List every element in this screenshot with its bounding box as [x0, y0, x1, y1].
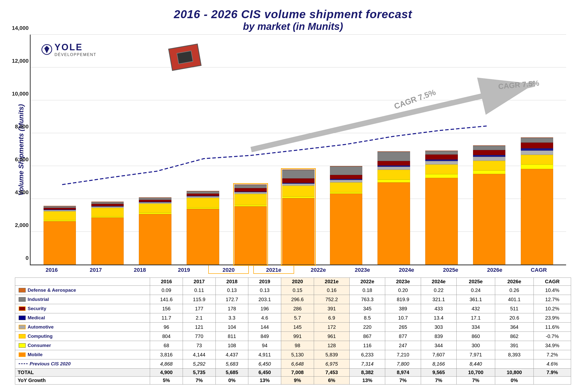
bar-segment-industrial — [282, 170, 315, 178]
table-cell: 104 — [215, 322, 248, 332]
table-cell: 23.9% — [534, 313, 571, 322]
table-cell: 511 — [495, 304, 534, 313]
table-cell: 4,868 — [150, 360, 183, 368]
bar-segment-security — [43, 208, 76, 210]
table-cell: 7,607 — [421, 350, 456, 360]
table-cell: 7,971 — [456, 350, 495, 360]
table-cell: 196 — [248, 304, 281, 313]
table-header-cell: CAGR — [534, 278, 571, 286]
table-cell: 303 — [421, 322, 456, 332]
x-axis-label: 2023e — [343, 265, 382, 274]
table-cell: 860 — [456, 332, 495, 341]
table-cell: 321.1 — [421, 295, 456, 304]
bar-segment-automotive — [282, 184, 315, 186]
bar-segment-industrial — [91, 202, 124, 204]
x-axis-label: 2026e — [475, 265, 515, 274]
x-axis-label: 2018 — [120, 265, 160, 274]
row-label-wrapper: Mobile — [17, 351, 148, 358]
table-row: Security15617717819628639134538943343251… — [15, 304, 571, 313]
table-cell: 6,450 — [248, 360, 281, 368]
table-row: TOTAL4,9005,7355,6856,4507,0087,4538,382… — [15, 368, 571, 376]
table-cell: 17.1 — [456, 313, 495, 322]
table-cell: 839 — [421, 332, 456, 341]
table-cell: 115.9 — [183, 295, 215, 304]
table-header-cell: 2023e — [385, 278, 421, 286]
color-swatch — [19, 325, 26, 329]
table-cell: 7,210 — [385, 350, 421, 360]
table-cell: 9% — [281, 376, 314, 384]
bar-stack — [425, 150, 458, 264]
table-header-cell: 2021e — [314, 278, 349, 286]
table-cell: 203.1 — [248, 295, 281, 304]
table-header-cell: 2026e — [495, 278, 534, 286]
table-cell: 156 — [150, 304, 183, 313]
table-cell: 12.7% — [534, 295, 571, 304]
table-cell: 849 — [248, 332, 281, 341]
table-header-cell: 2022e — [350, 278, 385, 286]
table-cell: 6,975 — [314, 360, 349, 368]
table-cell: 770 — [183, 332, 215, 341]
table-cell: 0.24 — [456, 286, 495, 295]
table-cell: 2.1 — [183, 313, 215, 322]
bar-segment-automotive — [521, 150, 553, 155]
table-cell: 3,816 — [150, 350, 183, 360]
bar-group — [86, 34, 129, 264]
bar-segment-medical — [521, 148, 553, 150]
table-cell: 141.6 — [150, 295, 183, 304]
bar-segment-consumer — [425, 174, 458, 178]
data-table-container: 201620172018201920202021e2022e2023e2024e… — [15, 276, 571, 384]
bar-stack — [187, 191, 219, 264]
table-cell: 20.6 — [495, 313, 534, 322]
bar-segment-security — [234, 188, 267, 192]
table-cell: 4.6% — [534, 360, 571, 368]
table-cell: 0% — [495, 376, 534, 384]
table-row: Industrial141.6115.9172.7203.1296.6752.2… — [15, 295, 571, 304]
row-label-text: Medical — [28, 315, 45, 320]
bar-segment-consumer — [521, 164, 553, 169]
table-cell: 296.6 — [281, 295, 314, 304]
table-cell: 9,565 — [421, 368, 456, 376]
table-cell: 5,839 — [314, 350, 349, 360]
table-cell: 8.5 — [350, 313, 385, 322]
color-swatch — [19, 297, 26, 302]
row-label-cell: YoY Growth — [15, 376, 150, 384]
bar-segment-medical — [473, 155, 505, 157]
y-tick-label: 6,000 — [15, 156, 29, 163]
table-cell: 7,008 — [281, 368, 314, 376]
table-header-cell: 2017 — [183, 278, 215, 286]
row-label-wrapper: Medical — [17, 314, 148, 321]
bar-segment-mobile — [378, 182, 410, 264]
bar-segment-mobile — [425, 178, 458, 264]
bar-segment-mobile — [330, 194, 362, 264]
table-cell: 8,440 — [456, 360, 495, 368]
row-label-wrapper: Consumer — [17, 342, 148, 349]
bar-segment-computing — [330, 182, 362, 192]
table-cell: 220 — [350, 322, 385, 332]
bar-segment-security — [91, 204, 124, 206]
dashed-swatch — [19, 364, 28, 364]
bar-stack — [139, 197, 171, 264]
table-body: Defense & Aerospace0.090.110.130.130.150… — [15, 286, 571, 384]
table-cell: 0.15 — [281, 286, 314, 295]
table-cell: 991 — [281, 332, 314, 341]
table-cell: 13.4 — [421, 313, 456, 322]
table-cell: 7.9% — [534, 368, 571, 376]
table-cell: 13% — [248, 376, 281, 384]
row-label-wrapper: Automotive — [17, 324, 148, 330]
table-cell: 811 — [215, 332, 248, 341]
table-cell: 8,393 — [495, 350, 534, 360]
table-cell: 752.2 — [314, 295, 349, 304]
table-cell: 7,314 — [350, 360, 385, 368]
table-cell: 300 — [456, 341, 495, 350]
row-label-cell: Security — [15, 304, 150, 313]
logo-sub: DÉVELOPPEMENT — [54, 52, 96, 57]
table-cell: 10.2% — [534, 304, 571, 313]
bar-segment-security — [330, 175, 362, 179]
table-cell: 7% — [456, 376, 495, 384]
table-cell: 5,130 — [281, 350, 314, 360]
table-cell — [534, 376, 571, 384]
table-cell: 177 — [183, 304, 215, 313]
table-header-row: 201620172018201920202021e2022e2023e2024e… — [15, 278, 571, 286]
bar-segment-consumer — [473, 170, 505, 174]
table-row: Computing8047708118499919618678778398608… — [15, 332, 571, 341]
